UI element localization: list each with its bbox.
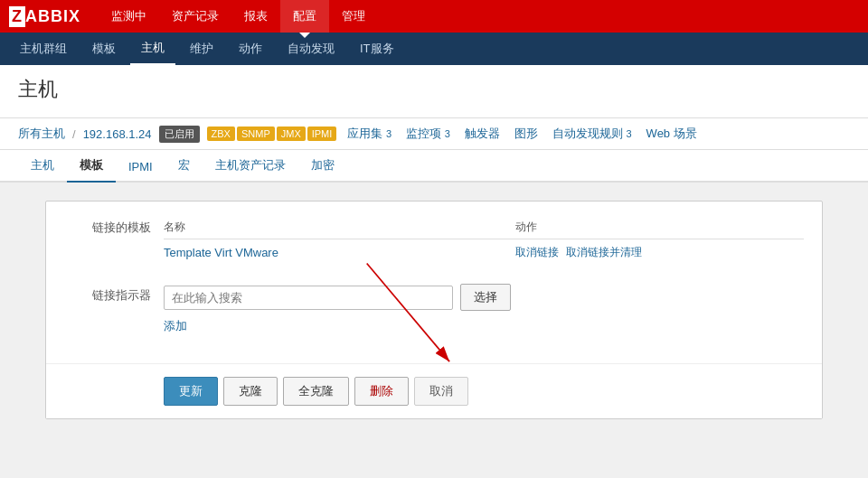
breadcrumb-host-ip[interactable]: 192.168.1.24 xyxy=(83,127,152,141)
tab-macro[interactable]: 宏 xyxy=(165,150,203,183)
subnav-discovery[interactable]: 自动发现 xyxy=(277,33,345,65)
linked-templates-content: 名称 动作 Template Virt VMware xyxy=(164,216,804,269)
full-clone-button[interactable]: 全克隆 xyxy=(283,377,349,406)
subnav-itservices[interactable]: IT服务 xyxy=(349,33,405,65)
nav-reports[interactable]: 报表 xyxy=(231,0,280,33)
sub-nav: 主机群组 模板 主机 维护 动作 自动发现 IT服务 xyxy=(0,33,868,65)
add-link[interactable]: 添加 xyxy=(164,319,187,333)
cancel-button[interactable]: 取消 xyxy=(414,377,468,406)
linked-templates-label: 链接的模板 xyxy=(64,216,164,236)
action-buttons: 更新 克隆 全克隆 删除 取消 xyxy=(46,363,822,418)
proto-snmp: SNMP xyxy=(237,127,275,141)
tab-ipmi[interactable]: IPMI xyxy=(116,153,165,183)
protocol-badges: ZBX SNMP JMX IPMI xyxy=(207,127,337,141)
tab-host[interactable]: 主机 xyxy=(18,150,67,183)
table-row: Template Virt VMware 取消链接 取消链接并清理 xyxy=(164,239,804,267)
breadcrumb-webscenario[interactable]: Web 场景 xyxy=(643,124,701,144)
breadcrumb-triggers[interactable]: 触发器 xyxy=(461,124,504,144)
logo: ZABBIX xyxy=(9,6,80,27)
breadcrumb-sep1: / xyxy=(72,127,76,141)
linked-templates-section: 链接的模板 名称 动作 xyxy=(46,202,822,363)
breadcrumb-monitors[interactable]: 监控项 3 xyxy=(402,124,454,144)
top-nav-items: 监测中 资产记录 报表 配置 管理 xyxy=(99,0,378,33)
form-panel: 链接的模板 名称 动作 xyxy=(45,201,823,419)
subnav-templates[interactable]: 模板 xyxy=(81,33,127,65)
search-row: 选择 xyxy=(164,284,804,311)
select-button[interactable]: 选择 xyxy=(460,284,511,311)
proto-zbx: ZBX xyxy=(207,127,235,141)
nav-assets[interactable]: 资产记录 xyxy=(159,0,231,33)
template-action-cell: 取消链接 取消链接并清理 xyxy=(515,239,804,267)
top-nav: ZABBIX 监测中 资产记录 报表 配置 管理 xyxy=(0,0,868,33)
unlink-clear-link[interactable]: 取消链接并清理 xyxy=(566,245,642,260)
breadcrumb-appsets[interactable]: 应用集 3 xyxy=(344,124,395,144)
delete-button[interactable]: 删除 xyxy=(354,377,409,406)
subnav-hosts[interactable]: 主机 xyxy=(130,33,175,65)
page-header: 主机 xyxy=(0,65,868,118)
content-area: 链接的模板 名称 动作 xyxy=(0,183,868,454)
logo-z: Z xyxy=(9,6,25,27)
linked-table: 名称 动作 Template Virt VMware xyxy=(164,216,804,266)
nav-config[interactable]: 配置 xyxy=(280,0,329,33)
linked-indicator-label: 链接指示器 xyxy=(64,284,164,304)
linked-templates-row: 链接的模板 名称 动作 xyxy=(64,216,804,269)
inner-tabs: 主机 模板 IPMI 宏 主机资产记录 加密 xyxy=(0,150,868,183)
breadcrumb: 所有主机 / 192.168.1.24 已启用 ZBX SNMP JMX IPM… xyxy=(0,118,868,150)
breadcrumb-autodiscovery[interactable]: 自动发现规则 3 xyxy=(549,124,636,144)
col-header-action: 动作 xyxy=(515,216,804,239)
proto-jmx: JMX xyxy=(277,127,306,141)
tab-encryption[interactable]: 加密 xyxy=(298,150,347,183)
proto-ipmi: IPMI xyxy=(307,127,337,141)
unlink-link[interactable]: 取消链接 xyxy=(515,245,559,260)
update-button[interactable]: 更新 xyxy=(164,377,218,406)
nav-monitor[interactable]: 监测中 xyxy=(99,0,159,33)
tab-template[interactable]: 模板 xyxy=(67,150,116,183)
linked-indicator-row: 链接指示器 选择 添加 xyxy=(64,284,804,334)
action-links: 取消链接 取消链接并清理 xyxy=(515,245,797,260)
linked-indicator-content: 选择 添加 xyxy=(164,284,804,334)
tab-inventory[interactable]: 主机资产记录 xyxy=(203,150,298,183)
page-title: 主机 xyxy=(18,76,850,103)
nav-admin[interactable]: 管理 xyxy=(329,0,378,33)
logo-rest: ABBIX xyxy=(25,7,80,26)
subnav-maintenance[interactable]: 维护 xyxy=(179,33,224,65)
clone-button[interactable]: 克隆 xyxy=(223,377,278,406)
subnav-hostgroups[interactable]: 主机群组 xyxy=(9,33,78,65)
search-input[interactable] xyxy=(164,286,453,310)
template-name-cell: Template Virt VMware xyxy=(164,239,515,267)
breadcrumb-all-hosts[interactable]: 所有主机 xyxy=(18,126,65,142)
status-badge[interactable]: 已启用 xyxy=(159,126,200,143)
breadcrumb-graphs[interactable]: 图形 xyxy=(511,124,542,144)
subnav-actions[interactable]: 动作 xyxy=(228,33,273,65)
col-header-name: 名称 xyxy=(164,216,515,239)
template-name-link[interactable]: Template Virt VMware xyxy=(164,246,278,259)
